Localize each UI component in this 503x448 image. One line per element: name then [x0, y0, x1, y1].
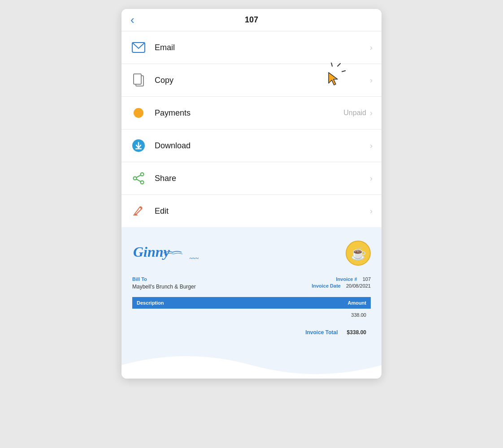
invoice-num: 107	[363, 276, 371, 282]
total-value: $338.00	[347, 329, 366, 336]
svg-rect-2	[134, 74, 141, 84]
menu-item-edit[interactable]: Edit ›	[121, 195, 382, 227]
menu-item-payments[interactable]: Payments Unpaid ›	[121, 97, 382, 129]
download-chevron: ›	[370, 141, 373, 151]
menu-list: Email › Copy ›	[121, 31, 382, 227]
download-icon	[130, 138, 147, 154]
invoice-num-label: Invoice #	[336, 276, 357, 282]
edit-icon	[130, 203, 147, 219]
payments-chevron: ›	[370, 108, 373, 118]
table-row: 338.00	[132, 309, 371, 321]
download-label: Download	[155, 141, 370, 151]
email-icon	[130, 39, 147, 56]
copy-chevron: ›	[370, 76, 373, 85]
invoice-date-label: Invoice Date	[312, 283, 341, 289]
invoice-preview: Ginny ☕ Bill To Maybell's Brunch & Burge…	[121, 227, 382, 347]
menu-item-download[interactable]: Download ›	[121, 129, 382, 162]
coffee-cup-icon: ☕	[346, 241, 371, 266]
menu-item-share[interactable]: Share ›	[121, 162, 382, 195]
edit-chevron: ›	[370, 207, 373, 216]
svg-line-3	[338, 64, 340, 66]
phone-container: ‹ 107 Email › Copy ›	[121, 9, 382, 379]
edit-label: Edit	[155, 207, 370, 216]
svg-text:Ginny: Ginny	[133, 244, 170, 260]
svg-line-4	[342, 71, 346, 72]
copy-icon	[130, 72, 147, 88]
back-button[interactable]: ‹	[130, 13, 134, 27]
svg-line-14	[136, 179, 141, 181]
col-amount: Amount	[268, 297, 371, 309]
svg-point-12	[134, 177, 137, 180]
svg-point-10	[141, 173, 144, 176]
svg-point-11	[141, 181, 144, 184]
invoice-date: 20/08/2021	[346, 283, 371, 289]
copy-label: Copy	[155, 76, 370, 85]
menu-item-email[interactable]: Email ›	[121, 31, 382, 64]
email-chevron: ›	[370, 43, 373, 52]
share-label: Share	[155, 174, 370, 183]
payments-label: Payments	[155, 108, 343, 118]
row-description	[132, 309, 268, 321]
row-amount: 338.00	[268, 309, 371, 321]
wave-decoration	[121, 347, 382, 379]
payments-status: Unpaid	[343, 109, 366, 117]
col-description: Description	[132, 297, 268, 309]
email-label: Email	[155, 43, 370, 52]
header: ‹ 107	[121, 9, 382, 31]
menu-item-copy[interactable]: Copy ›	[121, 64, 382, 97]
brand-logo: Ginny	[132, 241, 186, 264]
back-icon: ‹	[130, 13, 134, 27]
total-label: Invoice Total	[305, 329, 338, 336]
svg-line-13	[136, 175, 141, 177]
client-name: Maybell's Brunch & Burger	[132, 284, 312, 290]
share-chevron: ›	[370, 174, 373, 183]
payments-icon	[130, 105, 147, 121]
invoice-table: Description Amount 338.00	[132, 297, 371, 321]
invoice-total-row: Invoice Total $338.00	[132, 327, 371, 338]
bill-to-label: Bill To	[132, 276, 312, 282]
page-title: 107	[245, 15, 258, 25]
share-icon	[130, 170, 147, 186]
